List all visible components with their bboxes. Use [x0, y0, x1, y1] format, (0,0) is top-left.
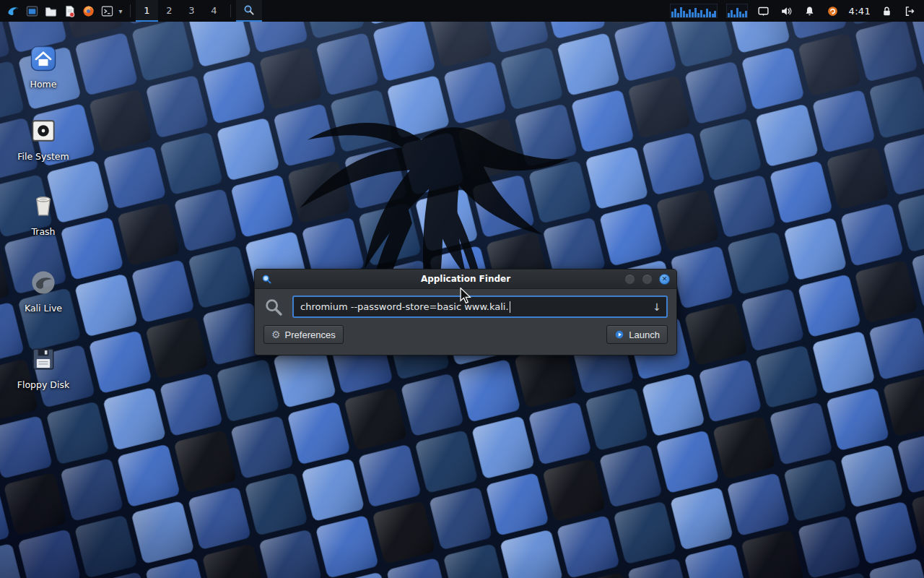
workspace-label: 3	[188, 5, 194, 16]
search-row: chromium --password-store=basic www.kali…	[263, 296, 668, 318]
workspace-button-3[interactable]: 3	[180, 0, 203, 22]
applications-menu-button[interactable]	[4, 0, 22, 22]
desktop-icon-home[interactable]: Home	[12, 42, 75, 90]
search-input-text: chromium --password-store=basic www.kali…	[300, 301, 509, 312]
desktop-icon-label: Kali Live	[25, 303, 62, 314]
cpu-graph-bars	[671, 4, 717, 17]
preferences-button-label: Preferences	[285, 329, 336, 340]
panel-left-cluster: ▾ 1 2 3 4	[0, 0, 262, 22]
minimize-button[interactable]	[624, 274, 635, 285]
terminal-launcher[interactable]	[97, 0, 116, 22]
document-icon	[63, 4, 77, 18]
maximize-button[interactable]	[642, 274, 653, 285]
logout-button[interactable]	[902, 4, 917, 18]
search-icon	[243, 4, 256, 17]
desktop-icon-kali-live[interactable]: Kali Live	[12, 266, 75, 314]
desktop-icon-label: Trash	[31, 226, 55, 237]
desktop-icon-floppy-disk[interactable]: Floppy Disk	[12, 342, 75, 390]
preferences-button[interactable]: ⚙ Preferences	[263, 325, 344, 344]
lock-screen-button[interactable]	[879, 4, 894, 18]
titlebar[interactable]: Application Finder ✕	[255, 269, 676, 289]
workspace-label: 2	[166, 5, 172, 16]
folder-icon	[44, 4, 58, 18]
workspace-button-2[interactable]: 2	[158, 0, 180, 22]
desktop-icon-label: File System	[17, 151, 69, 162]
search-icon	[263, 297, 284, 317]
network-graph-icon[interactable]	[726, 4, 748, 18]
speaker-icon	[780, 5, 793, 17]
search-input[interactable]: chromium --password-store=basic www.kali…	[292, 296, 668, 318]
launch-icon	[614, 329, 624, 340]
entry-dropdown-arrow-icon[interactable]: ↓	[653, 302, 661, 312]
close-icon: ✕	[662, 276, 668, 282]
clock[interactable]: 4:41	[849, 6, 871, 17]
kali-logo-icon	[6, 4, 20, 18]
titlebar-buttons: ✕	[624, 274, 670, 285]
lock-icon	[881, 5, 893, 17]
close-button[interactable]: ✕	[659, 274, 670, 285]
firefox-icon	[82, 4, 95, 18]
workspace-label: 1	[144, 5, 149, 16]
trash-icon	[27, 189, 60, 223]
window-icon	[25, 4, 39, 18]
launch-button[interactable]: Launch	[606, 325, 668, 344]
window-title: Application Finder	[255, 274, 676, 284]
gear-icon: ⚙	[271, 329, 281, 340]
button-row: ⚙ Preferences Launch	[263, 325, 668, 344]
chevron-down-icon: ▾	[118, 7, 122, 15]
panel-separator	[230, 4, 231, 17]
show-desktop-launcher[interactable]	[22, 0, 41, 22]
workspace-label: 4	[211, 5, 217, 16]
text-editor-launcher[interactable]	[60, 0, 79, 22]
display-icon	[757, 5, 770, 17]
notifications-tray-icon[interactable]	[803, 4, 817, 18]
display-settings-tray-icon[interactable]	[757, 4, 771, 18]
firefox-launcher[interactable]	[79, 0, 97, 22]
desktop-icon-file-system[interactable]: File System	[12, 114, 75, 162]
network-graph-bars	[727, 4, 747, 17]
top-panel: ▾ 1 2 3 4	[0, 0, 924, 22]
panel-right-cluster: 4:41	[670, 0, 924, 22]
logout-icon	[904, 5, 916, 17]
volume-tray-icon[interactable]	[780, 4, 794, 18]
terminal-launcher-dropdown[interactable]: ▾	[116, 7, 125, 15]
bell-icon	[803, 5, 816, 17]
file-system-icon	[27, 114, 60, 147]
launch-button-label: Launch	[629, 329, 660, 340]
workspace-button-4[interactable]: 4	[203, 0, 225, 22]
kali-live-icon	[27, 266, 60, 299]
terminal-icon	[100, 4, 114, 18]
update-badge-icon	[827, 5, 839, 17]
home-icon	[27, 42, 60, 75]
updates-tray-icon[interactable]	[826, 4, 840, 18]
cpu-graph-icon[interactable]	[670, 4, 718, 18]
text-caret	[510, 301, 510, 313]
workspace-button-1[interactable]: 1	[136, 0, 158, 22]
desktop-icon-trash[interactable]: Trash	[12, 189, 75, 237]
finder-body: chromium --password-store=basic www.kali…	[255, 289, 676, 351]
file-manager-launcher[interactable]	[41, 0, 60, 22]
application-finder-window: Application Finder ✕ chromium --password…	[254, 269, 677, 355]
task-button-application-finder[interactable]	[236, 0, 262, 22]
desktop-icon-label: Home	[30, 79, 57, 90]
desktop-icon-label: Floppy Disk	[17, 379, 69, 390]
panel-separator	[130, 4, 131, 17]
floppy-disk-icon	[27, 342, 60, 376]
